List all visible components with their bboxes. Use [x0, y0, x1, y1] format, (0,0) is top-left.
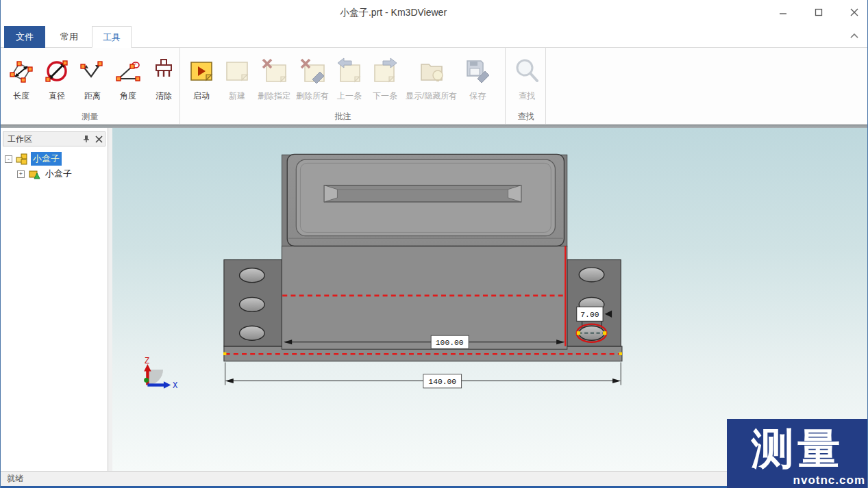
group-label-measure: 测量	[1, 111, 179, 123]
dim-100-label[interactable]: 100.00	[431, 335, 469, 348]
start-note-icon	[186, 53, 216, 89]
watermark-text: nvotnc.com	[793, 474, 865, 487]
save-note-icon	[462, 53, 493, 89]
minimize-button[interactable]	[774, 3, 792, 21]
coordinate-triad: Z X	[144, 357, 178, 391]
pin-icon[interactable]	[80, 133, 92, 145]
workspace-panel-titlebar: 工作区	[3, 131, 106, 146]
next-note-icon	[370, 53, 400, 89]
hole-right-1	[579, 268, 604, 282]
annot-start-label: 启动	[193, 90, 210, 102]
tree-item-part[interactable]: + 小盒子	[5, 166, 74, 181]
snap-point-right	[603, 331, 606, 335]
hole-left-1	[240, 268, 265, 283]
annot-prev-label: 上一条	[337, 90, 362, 102]
length-button[interactable]: 长度	[3, 52, 39, 103]
angle-button[interactable]: ° 角度	[110, 52, 146, 103]
angle-icon: °	[113, 53, 143, 89]
triad-sector	[147, 370, 163, 385]
annot-showhide-label: 显示/隐藏所有	[406, 90, 457, 102]
window-controls	[774, 0, 863, 25]
tree-part-label[interactable]: 小盒子	[43, 167, 74, 181]
snap-point-base-left	[223, 352, 226, 355]
collapse-expander-icon[interactable]: -	[5, 155, 12, 163]
annot-save-button[interactable]: 保存	[460, 52, 495, 103]
annot-delete-one-button[interactable]: 删除指定	[255, 52, 293, 103]
annot-delete-all-button[interactable]: 删除所有	[293, 52, 332, 103]
chevron-up-icon	[848, 30, 860, 42]
z-axis-label: Z	[145, 357, 149, 366]
clear-label: 清除	[156, 90, 172, 102]
annot-next-label: 下一条	[373, 90, 397, 102]
maximize-button[interactable]	[810, 3, 828, 21]
title-bar: 小盒子.prt - Km3DViewer	[1, 0, 868, 25]
annot-delete-one-label: 删除指定	[258, 90, 290, 102]
dim-140-arrow-right	[612, 378, 621, 383]
ribbon: 长度 直径	[1, 48, 868, 125]
clear-button[interactable]: 清除	[146, 52, 182, 103]
showhide-folder-icon	[417, 53, 447, 89]
app-window: 小盒子.prt - Km3DViewer 文件 常用 工具	[0, 0, 868, 488]
delete-all-note-icon	[297, 53, 327, 89]
distance-button[interactable]: 距离	[75, 52, 110, 103]
x-axis-arrow	[164, 381, 171, 388]
status-text: 就绪	[1, 473, 23, 485]
workspace-panel: 工作区 - 小盒子 +	[1, 128, 108, 471]
annot-save-label: 保存	[469, 90, 486, 102]
diameter-button[interactable]: 直径	[39, 52, 75, 103]
find-button[interactable]: 查找	[509, 52, 545, 103]
snap-point-left	[577, 331, 580, 335]
x-axis-label: X	[173, 381, 178, 391]
clear-brush-icon	[149, 53, 179, 89]
maximize-icon	[815, 8, 823, 16]
group-label-find: 查找	[506, 111, 545, 123]
annot-new-label: 新建	[229, 90, 245, 102]
snap-point-base-right	[619, 352, 622, 355]
length-icon	[6, 53, 36, 89]
annot-delete-all-label: 删除所有	[296, 90, 329, 102]
close-button[interactable]	[845, 3, 863, 21]
y-axis-dot	[144, 378, 149, 383]
tree-item-root[interactable]: - 小盒子	[5, 151, 74, 166]
annot-next-button[interactable]: 下一条	[367, 52, 403, 103]
annot-start-button[interactable]: 启动	[184, 52, 219, 103]
group-label-annotation: 批注	[181, 111, 505, 123]
distance-label: 距离	[84, 90, 101, 102]
expand-expander-icon[interactable]: +	[17, 170, 25, 178]
dim-140-label[interactable]: 140.00	[423, 374, 462, 388]
measure-overlay-text: 测量	[727, 420, 868, 478]
prev-note-icon	[334, 53, 364, 89]
new-note-icon	[222, 53, 252, 89]
find-label: 查找	[519, 90, 535, 102]
tree-root-label[interactable]: 小盒子	[31, 152, 62, 166]
ribbon-group-annotation: 启动 新建	[181, 48, 506, 124]
annot-prev-button[interactable]: 上一条	[332, 52, 367, 103]
window-title: 小盒子.prt - Km3DViewer	[1, 0, 786, 25]
measure-overlay: 测量 nvotnc.com	[727, 419, 868, 488]
tab-tools[interactable]: 工具	[92, 26, 132, 48]
annot-new-button[interactable]: 新建	[219, 52, 255, 103]
ribbon-group-measure: 长度 直径	[1, 48, 180, 124]
part-icon	[27, 167, 41, 181]
panel-close-icon[interactable]	[92, 133, 105, 145]
diameter-label: 直径	[49, 90, 65, 102]
dim-140-arrow-left	[225, 378, 234, 383]
tab-common[interactable]: 常用	[49, 26, 90, 48]
svg-text:100.00: 100.00	[436, 339, 464, 347]
workspace-panel-title: 工作区	[3, 133, 80, 145]
ribbon-tab-row: 文件 常用 工具	[1, 25, 868, 48]
svg-text:140.00: 140.00	[428, 378, 456, 386]
ribbon-group-find: 查找 查找	[506, 48, 546, 124]
hole-left-2	[240, 297, 265, 311]
tab-file[interactable]: 文件	[4, 26, 45, 48]
angle-label: 角度	[120, 90, 136, 102]
model-tree: - 小盒子 + 小盒子	[5, 151, 74, 181]
model-body	[282, 246, 567, 350]
diameter-icon	[42, 53, 72, 89]
annot-showhide-button[interactable]: 显示/隐藏所有	[403, 52, 460, 103]
close-icon	[850, 8, 858, 16]
ribbon-collapse-button[interactable]	[848, 30, 860, 42]
minimize-icon	[779, 8, 787, 16]
length-label: 长度	[13, 90, 29, 102]
delete-note-icon	[259, 53, 289, 89]
